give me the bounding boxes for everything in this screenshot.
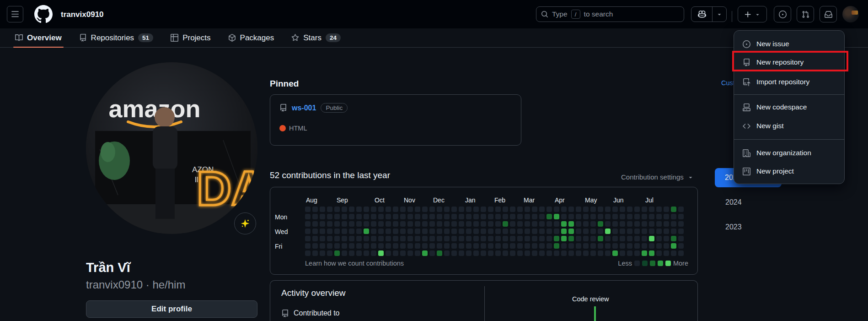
- contribution-cell[interactable]: [620, 207, 625, 212]
- contribution-cell[interactable]: [349, 243, 354, 249]
- contribution-cell[interactable]: [495, 221, 501, 227]
- contribution-cell[interactable]: [327, 229, 332, 234]
- contribution-cell[interactable]: [429, 250, 435, 256]
- contribution-cell[interactable]: [444, 214, 450, 219]
- contribution-cell[interactable]: [583, 207, 589, 212]
- pull-requests-button[interactable]: [797, 6, 814, 22]
- contribution-cell[interactable]: [620, 243, 625, 249]
- contribution-cell[interactable]: [466, 250, 472, 256]
- contribution-cell[interactable]: [356, 250, 362, 256]
- contribution-cell[interactable]: [561, 229, 567, 234]
- contribution-cell[interactable]: [517, 229, 523, 234]
- contribution-cell[interactable]: [466, 207, 472, 212]
- contribution-cell[interactable]: [415, 229, 420, 234]
- contribution-cell[interactable]: [532, 243, 537, 249]
- contribution-cell[interactable]: [386, 250, 391, 256]
- contribution-cell[interactable]: [334, 250, 340, 256]
- contribution-cell[interactable]: [459, 250, 464, 256]
- contribution-cell[interactable]: [356, 214, 362, 219]
- contribution-cell[interactable]: [510, 236, 515, 241]
- contribution-cell[interactable]: [473, 243, 479, 249]
- contribution-cell[interactable]: [590, 250, 596, 256]
- contribution-cell[interactable]: [312, 250, 318, 256]
- contribution-cell[interactable]: [415, 243, 420, 249]
- contribution-cell[interactable]: [451, 214, 457, 219]
- contribution-cell[interactable]: [634, 250, 640, 256]
- contribution-cell[interactable]: [364, 236, 369, 241]
- contribution-cell[interactable]: [356, 229, 362, 234]
- contribution-cell[interactable]: [488, 221, 493, 227]
- contribution-cell[interactable]: [525, 221, 530, 227]
- contribution-cell[interactable]: [495, 243, 501, 249]
- contribution-cell[interactable]: [342, 229, 347, 234]
- contribution-cell[interactable]: [327, 207, 332, 212]
- contribution-cell[interactable]: [598, 214, 603, 219]
- contribution-cell[interactable]: [627, 229, 632, 234]
- contribution-cell[interactable]: [671, 207, 676, 212]
- contribution-cell[interactable]: [334, 221, 340, 227]
- contribution-cell[interactable]: [320, 207, 325, 212]
- contribution-cell[interactable]: [356, 207, 362, 212]
- contribution-cell[interactable]: [327, 221, 332, 227]
- contribution-cell[interactable]: [678, 243, 684, 249]
- contribution-cell[interactable]: [576, 250, 581, 256]
- contribution-cell[interactable]: [561, 243, 567, 249]
- copilot-menu-caret[interactable]: [713, 7, 726, 22]
- contribution-cell[interactable]: [451, 221, 457, 227]
- contribution-cell[interactable]: [561, 221, 567, 227]
- copilot-button[interactable]: [691, 6, 727, 22]
- contribution-cell[interactable]: [656, 221, 662, 227]
- contribution-cell[interactable]: [422, 229, 428, 234]
- contribution-cell[interactable]: [481, 243, 486, 249]
- contribution-cell[interactable]: [400, 250, 406, 256]
- contribution-cell[interactable]: [671, 236, 676, 241]
- contribution-cell[interactable]: [393, 221, 398, 227]
- contribution-cell[interactable]: [305, 250, 311, 256]
- contribution-cell[interactable]: [488, 214, 493, 219]
- contribution-cell[interactable]: [590, 221, 596, 227]
- contribution-cell[interactable]: [503, 243, 508, 249]
- contribution-cell[interactable]: [634, 207, 640, 212]
- contribution-cell[interactable]: [671, 221, 676, 227]
- contribution-cell[interactable]: [517, 243, 523, 249]
- contribution-cell[interactable]: [642, 250, 647, 256]
- contribution-cell[interactable]: [386, 236, 391, 241]
- contribution-cell[interactable]: [678, 221, 684, 227]
- contribution-cell[interactable]: [510, 243, 515, 249]
- contribution-cell[interactable]: [495, 214, 501, 219]
- contribution-cell[interactable]: [386, 207, 391, 212]
- contribution-cell[interactable]: [525, 229, 530, 234]
- contribution-cell[interactable]: [466, 221, 472, 227]
- contribution-cell[interactable]: [327, 250, 332, 256]
- contribution-cell[interactable]: [349, 221, 354, 227]
- contribution-cell[interactable]: [312, 243, 318, 249]
- tab-repositories[interactable]: Repositories 51: [79, 28, 154, 47]
- contribution-cell[interactable]: [481, 221, 486, 227]
- contribution-cell[interactable]: [642, 207, 647, 212]
- contribution-cell[interactable]: [312, 214, 318, 219]
- inbox-button[interactable]: [820, 6, 837, 22]
- contribution-cell[interactable]: [656, 250, 662, 256]
- contribution-cell[interactable]: [305, 214, 311, 219]
- contribution-cell[interactable]: [583, 214, 589, 219]
- contribution-cell[interactable]: [510, 221, 515, 227]
- contribution-cell[interactable]: [627, 207, 632, 212]
- contribution-cell[interactable]: [627, 243, 632, 249]
- contribution-cell[interactable]: [393, 236, 398, 241]
- contribution-cell[interactable]: [444, 236, 450, 241]
- contribution-cell[interactable]: [642, 221, 647, 227]
- contribution-cell[interactable]: [510, 250, 515, 256]
- contributions-help-link[interactable]: Learn how we count contributions: [305, 260, 404, 267]
- contribution-cell[interactable]: [305, 236, 311, 241]
- contribution-cell[interactable]: [305, 229, 311, 234]
- contribution-cell[interactable]: [437, 243, 442, 249]
- contribution-cell[interactable]: [364, 214, 369, 219]
- contribution-cell[interactable]: [378, 229, 384, 234]
- contribution-cell[interactable]: [305, 207, 311, 212]
- contribution-cell[interactable]: [429, 214, 435, 219]
- contribution-cell[interactable]: [459, 214, 464, 219]
- contribution-cell[interactable]: [583, 229, 589, 234]
- contribution-cell[interactable]: [327, 236, 332, 241]
- contribution-cell[interactable]: [407, 250, 413, 256]
- contribution-cell[interactable]: [407, 221, 413, 227]
